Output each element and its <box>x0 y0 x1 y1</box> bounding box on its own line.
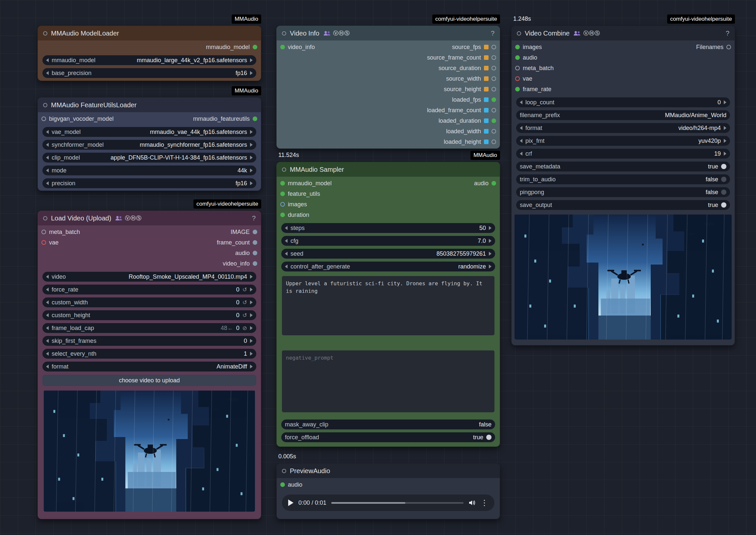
input-slot-meta-batch[interactable]: meta_batch <box>42 229 80 236</box>
decrement-arrow-icon[interactable] <box>46 168 49 172</box>
positive-prompt-textarea[interactable]: Upper level a futuristic sci-fi city. Dr… <box>282 276 494 335</box>
volume-icon[interactable] <box>468 499 476 506</box>
decrement-arrow-icon[interactable] <box>285 265 288 268</box>
widget-synchformer-model[interactable]: synchformer_model mmaudio_synchformer_fp… <box>42 140 256 150</box>
video-preview[interactable] <box>515 214 732 340</box>
increment-arrow-icon[interactable] <box>250 339 253 343</box>
widget-skip-first-frames[interactable]: skip_first_frames 0 <box>42 336 256 346</box>
decrement-arrow-icon[interactable] <box>520 152 522 155</box>
input-slot-images[interactable]: images <box>515 44 542 51</box>
increment-arrow-icon[interactable] <box>250 352 253 356</box>
audio-player[interactable]: 0:00 / 0:01 ⋮ <box>282 494 494 511</box>
increment-arrow-icon[interactable] <box>250 288 253 292</box>
output-slot-loaded-height[interactable]: loaded_height <box>444 138 496 145</box>
output-slot-audio[interactable]: audio <box>474 180 496 187</box>
node-header[interactable]: Load Video (Upload) ⓋⒽⓈ ? <box>38 211 261 225</box>
decrement-arrow-icon[interactable] <box>46 275 49 279</box>
node-graph-canvas[interactable]: MMAudio MMAudio ModelLoader mmaudio_mode… <box>0 0 756 535</box>
increment-arrow-icon[interactable] <box>489 252 491 256</box>
input-slot-frame-rate[interactable]: frame_rate <box>515 86 551 93</box>
widget-steps[interactable]: steps 50 <box>281 223 495 233</box>
output-slot-video-info[interactable]: video_info <box>223 260 257 267</box>
widget-custom-width[interactable]: custom_width 0 ↺ <box>42 297 256 307</box>
input-slot-video-info[interactable]: video_info <box>280 44 315 51</box>
widget-seed[interactable]: seed 850382755979261 <box>281 249 495 259</box>
decrement-arrow-icon[interactable] <box>46 58 49 62</box>
input-dot-icon[interactable] <box>280 202 285 207</box>
decrement-arrow-icon[interactable] <box>46 326 49 330</box>
increment-arrow-icon[interactable] <box>250 143 253 147</box>
increment-arrow-icon[interactable] <box>489 226 491 230</box>
increment-arrow-icon[interactable] <box>724 152 726 155</box>
toggle-knob[interactable] <box>721 189 726 195</box>
decrement-arrow-icon[interactable] <box>46 143 49 147</box>
increment-arrow-icon[interactable] <box>724 100 726 104</box>
input-dot-icon[interactable] <box>515 76 520 81</box>
input-dot-icon[interactable] <box>280 212 285 217</box>
toggle-knob[interactable] <box>486 435 491 440</box>
output-slot-mmaudio-model[interactable]: mmaudio_model <box>206 44 257 51</box>
output-slot-image[interactable]: IMAGE <box>231 229 257 236</box>
input-slot-duration[interactable]: duration <box>280 211 309 218</box>
reset-icon[interactable]: ↺ <box>242 313 247 318</box>
input-dot-icon[interactable] <box>515 66 520 70</box>
widget-format[interactable]: format AnimateDiff <box>42 362 256 372</box>
decrement-arrow-icon[interactable] <box>46 365 49 369</box>
toggle-knob[interactable] <box>721 202 726 208</box>
widget-frame-load-cap[interactable]: frame_load_cap 48← 0 ⊘ <box>42 323 256 333</box>
input-slot-feature-utils[interactable]: feature_utils <box>280 190 320 197</box>
widget-pingpong[interactable]: pingpong false <box>516 187 730 197</box>
input-slot-vae[interactable]: vae <box>515 75 532 82</box>
increment-arrow-icon[interactable] <box>250 326 253 330</box>
input-dot-icon[interactable] <box>42 117 46 121</box>
input-slot-audio[interactable]: audio <box>515 54 537 61</box>
decrement-arrow-icon[interactable] <box>46 288 49 292</box>
decrement-arrow-icon[interactable] <box>46 339 49 343</box>
output-dot-icon[interactable] <box>491 129 496 134</box>
widget-custom-height[interactable]: custom_height 0 ↺ <box>42 310 256 320</box>
decrement-arrow-icon[interactable] <box>46 130 49 134</box>
output-dot-icon[interactable] <box>491 108 496 113</box>
input-slot-images[interactable]: images <box>280 201 307 208</box>
widget-select-every-nth[interactable]: select_every_nth 1 <box>42 349 256 359</box>
increment-arrow-icon[interactable] <box>250 181 253 185</box>
output-dot-icon[interactable] <box>491 45 496 49</box>
decrement-arrow-icon[interactable] <box>285 252 288 256</box>
output-dot-icon[interactable] <box>491 181 496 185</box>
collapse-dot-icon[interactable] <box>282 31 286 36</box>
widget-format[interactable]: format video/h264-mp4 <box>516 123 730 133</box>
output-dot-icon[interactable] <box>726 45 731 49</box>
output-slot-source-height[interactable]: source_height <box>444 86 496 93</box>
widget-vae-model[interactable]: vae_model mmaudio_vae_44k_fp16.safetenso… <box>42 127 256 137</box>
output-slot-source-duration[interactable]: source_duration <box>438 65 496 72</box>
toggle-knob[interactable] <box>721 177 726 182</box>
node-preview-audio[interactable]: 0.005s PreviewAudio audio 0:00 / 0:01 <box>276 463 500 519</box>
decrement-arrow-icon[interactable] <box>46 300 49 304</box>
decrement-arrow-icon[interactable] <box>46 71 49 75</box>
increment-arrow-icon[interactable] <box>250 168 253 172</box>
toggle-knob[interactable] <box>721 164 726 169</box>
no-limit-icon[interactable]: ⊘ <box>242 325 247 331</box>
input-dot-icon[interactable] <box>42 230 46 234</box>
play-button[interactable] <box>288 499 294 506</box>
node-mmaudio-modelloader[interactable]: MMAudio MMAudio ModelLoader mmaudio_mode… <box>38 26 261 81</box>
widget-force-offload[interactable]: force_offload true <box>281 432 495 442</box>
input-dot-icon[interactable] <box>515 45 520 49</box>
widget-control-after-generate[interactable]: control_after_generate randomize <box>281 262 495 271</box>
widget-crf[interactable]: crf 19 <box>516 149 730 158</box>
widget-save-metadata[interactable]: save_metadata true <box>516 161 730 171</box>
increment-arrow-icon[interactable] <box>250 365 253 369</box>
output-dot-icon[interactable] <box>253 251 257 255</box>
output-slot-loaded-fps[interactable]: loaded_fps <box>452 97 496 103</box>
widget-pix-fmt[interactable]: pix_fmt yuv420p <box>516 136 730 146</box>
output-dot-icon[interactable] <box>253 240 257 245</box>
output-dot-icon[interactable] <box>491 98 496 102</box>
widget-clip-model[interactable]: clip_model apple_DFN5B-CLIP-ViT-H-14-384… <box>42 153 256 162</box>
output-slot-source-fps[interactable]: source_fps <box>452 44 496 51</box>
output-dot-icon[interactable] <box>491 119 496 123</box>
input-slot-meta-batch[interactable]: meta_batch <box>515 65 554 72</box>
seek-slider[interactable] <box>331 502 463 504</box>
output-dot-icon[interactable] <box>253 261 257 266</box>
widget-mmaudio-model[interactable]: mmaudio_model mmaudio_large_44k_v2_fp16.… <box>42 55 256 65</box>
choose-video-upload-button[interactable]: choose video to upload <box>42 375 256 386</box>
